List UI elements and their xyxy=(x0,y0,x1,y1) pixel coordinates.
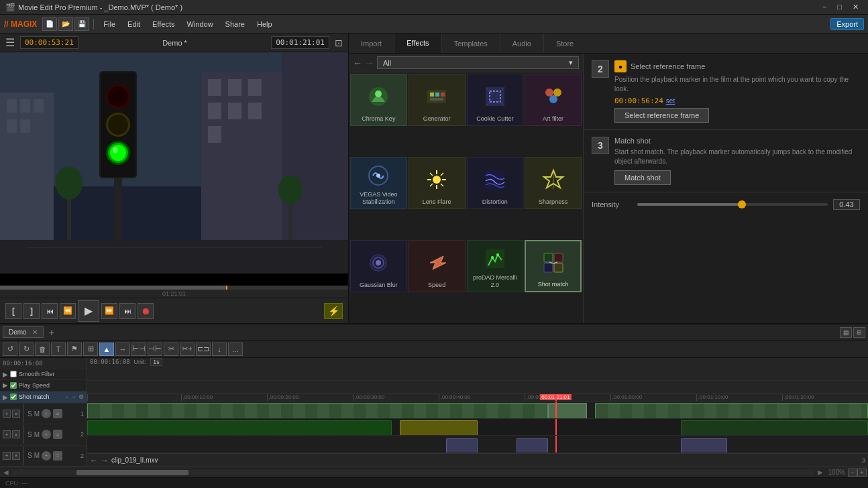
audio-track-2-expand[interactable]: + xyxy=(3,452,11,460)
menu-share[interactable]: Share xyxy=(220,19,250,29)
audio-clip-label[interactable]: Audio_ xyxy=(134,420,368,436)
tab-effects[interactable]: Effects xyxy=(394,34,441,53)
track-expand-btn[interactable]: + xyxy=(3,410,11,418)
text-tool[interactable]: T xyxy=(51,343,66,356)
shot-match-expand[interactable]: ▶ xyxy=(3,393,8,401)
menu-help[interactable]: Help xyxy=(252,19,278,29)
zoom-out-button[interactable]: − xyxy=(848,469,857,477)
match-shot-button[interactable]: Match shot xyxy=(614,170,671,185)
go-to-start-button[interactable]: ⏮ xyxy=(42,303,58,319)
shot-match-checkbox[interactable] xyxy=(10,393,17,400)
timeline-add-tab[interactable]: + xyxy=(46,327,57,338)
shot-match-settings[interactable]: ⚙ xyxy=(78,393,84,400)
timeline-ruler[interactable]: ,00:00:10:00 ,00:00:20:00 ,00:00:30:00 ,… xyxy=(87,394,868,402)
effect-generator[interactable]: Generator xyxy=(409,74,466,126)
audio-track-expand[interactable]: + xyxy=(3,430,11,438)
prev-frame-button[interactable]: ⏪ xyxy=(60,303,76,319)
group-tool[interactable]: ⊏⊐ xyxy=(196,343,211,356)
menu-effects[interactable]: Effects xyxy=(147,19,180,29)
import-tool[interactable]: ↓ xyxy=(212,343,227,356)
step-2-set-label[interactable]: set xyxy=(666,97,675,105)
effect-chroma-key[interactable]: Chroma Key xyxy=(350,74,407,126)
scroll-right-button[interactable]: ▶ xyxy=(816,469,825,476)
separate-tool[interactable]: ⊢⊣ xyxy=(131,343,146,356)
zoom-in-button[interactable]: + xyxy=(857,469,867,477)
scroll-left-button[interactable]: ◀ xyxy=(1,469,11,476)
play-speed-checkbox[interactable] xyxy=(10,382,17,389)
clip-nav-back[interactable]: ← xyxy=(90,456,98,465)
clip-nav-forward[interactable]: → xyxy=(101,456,109,465)
effect-distortion[interactable]: Distortion xyxy=(467,157,524,209)
next-frame-button[interactable]: ⏩ xyxy=(101,303,117,319)
timeline-view-1[interactable]: ▤ xyxy=(840,327,852,338)
effect-cookie-cutter[interactable]: Cookie Cutter xyxy=(467,74,524,126)
mark-out-button[interactable]: ] xyxy=(23,303,40,319)
flash-button[interactable]: ⚡ xyxy=(324,303,343,319)
maximize-button[interactable]: □ xyxy=(833,3,846,11)
audio-track-add[interactable]: × xyxy=(12,430,20,438)
redo-button[interactable]: ↻ xyxy=(19,343,34,356)
undo-button[interactable]: ↺ xyxy=(3,343,17,356)
timeline-tab-demo[interactable]: Demo ✕ xyxy=(3,326,44,338)
video-clip-3[interactable] xyxy=(595,403,868,419)
delete-button[interactable]: 🗑 xyxy=(35,343,50,356)
go-to-end-button[interactable]: ⏭ xyxy=(119,303,135,319)
export-button[interactable]: Export xyxy=(830,18,864,30)
effect-vegas-stab[interactable]: VEGAS Video Stabilization xyxy=(350,157,407,209)
marker-tool[interactable]: ⚑ xyxy=(67,343,82,356)
maximize-preview-button[interactable]: ⊡ xyxy=(335,38,343,48)
video-clip-2[interactable] xyxy=(548,403,587,419)
tab-import[interactable]: Import xyxy=(349,34,394,53)
effect-sharpness[interactable]: Sharpness xyxy=(525,157,582,209)
intensity-value[interactable]: 0.43 xyxy=(833,199,860,210)
audio-track-2-add[interactable]: × xyxy=(12,452,20,460)
video-clip-main[interactable]: clip_0... xyxy=(87,403,548,419)
trim-tool[interactable]: ⊣⊢ xyxy=(148,343,162,356)
play-speed-expand[interactable]: ▶ xyxy=(3,381,8,389)
audio-clip-yellow[interactable]: Audio_01... xyxy=(400,420,478,436)
effect-lens-flare[interactable]: Lens Flare xyxy=(409,157,466,209)
mark-in-button[interactable]: [ xyxy=(5,303,21,319)
audio2-clip-3[interactable] xyxy=(681,438,728,453)
hamburger-menu-button[interactable]: ☰ xyxy=(5,36,15,49)
tab-templates[interactable]: Templates xyxy=(442,34,500,53)
split-tool[interactable]: ✂+ xyxy=(180,343,195,356)
forward-button[interactable]: → xyxy=(365,58,374,68)
play-button[interactable]: ▶ xyxy=(78,300,99,322)
multicam-tool[interactable]: ⊞ xyxy=(83,343,98,356)
effect-speed[interactable]: Speed xyxy=(409,240,466,292)
menu-file[interactable]: File xyxy=(98,19,121,29)
category-dropdown[interactable]: All ▾ xyxy=(377,56,579,69)
intensity-thumb[interactable] xyxy=(738,200,746,208)
timeline-view-2[interactable]: ⊞ xyxy=(853,327,865,338)
effect-prodad-mercalli[interactable]: proDAD Mercalli 2.0 xyxy=(467,240,524,292)
move-tool[interactable]: ↔ xyxy=(115,343,130,356)
select-tool[interactable]: ▲ xyxy=(99,343,114,356)
menu-edit[interactable]: Edit xyxy=(122,19,146,29)
record-button[interactable]: ⏺ xyxy=(138,303,154,319)
effect-shot-match[interactable]: Shot match xyxy=(525,240,582,292)
timeline-tab-close[interactable]: ✕ xyxy=(32,328,38,336)
menu-window[interactable]: Window xyxy=(181,19,218,29)
cut-tool[interactable]: ✂ xyxy=(164,343,178,356)
minimize-button[interactable]: − xyxy=(818,3,830,11)
toolbar-open[interactable]: 📂 xyxy=(58,17,73,31)
audio2-clip-1[interactable] xyxy=(446,438,478,453)
intensity-slider[interactable] xyxy=(637,203,828,206)
close-button[interactable]: ✕ xyxy=(849,3,863,11)
effect-art-filter[interactable]: Art filter xyxy=(525,74,582,126)
back-button[interactable]: ← xyxy=(353,58,362,68)
toolbar-new[interactable]: 📄 xyxy=(42,17,57,31)
smooth-filter-checkbox[interactable] xyxy=(10,371,17,377)
smooth-filter-expand[interactable]: ▶ xyxy=(3,371,8,378)
effect-gaussian-blur[interactable]: Gaussian Blur xyxy=(350,240,407,292)
timeline-scrubber[interactable] xyxy=(0,286,348,290)
tab-audio[interactable]: Audio xyxy=(500,34,544,53)
horizontal-scrollbar[interactable] xyxy=(12,470,814,475)
audio-clip-right[interactable]: A... xyxy=(681,420,868,436)
track-add-btn[interactable]: × xyxy=(12,410,20,418)
toolbar-save[interactable]: 💾 xyxy=(74,17,89,31)
select-reference-frame-button[interactable]: Select reference frame xyxy=(614,108,709,123)
audio2-clip-2[interactable] xyxy=(517,438,548,453)
tab-store[interactable]: Store xyxy=(544,34,586,53)
